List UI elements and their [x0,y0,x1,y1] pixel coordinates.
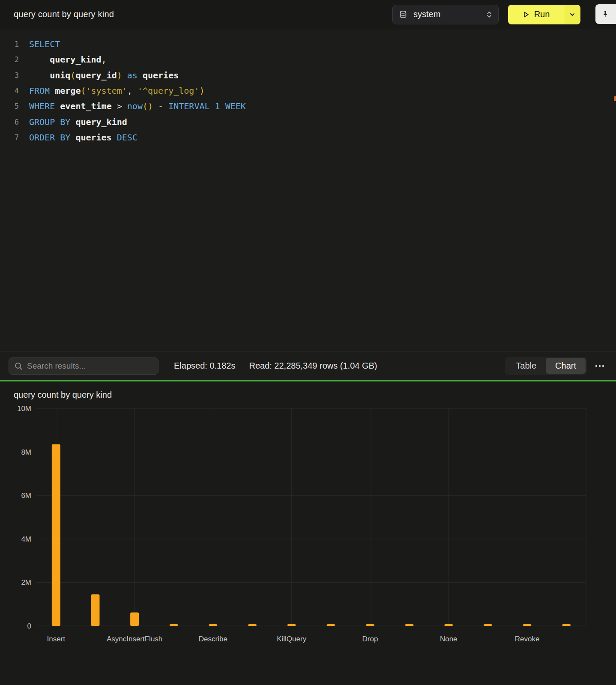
svg-text:Insert: Insert [47,635,66,643]
pin-icon [601,10,609,18]
code-line: 4FROM merge('system', '^query_log') [0,83,616,98]
view-toggle: Table Chart [505,357,587,375]
code-text: ORDER BY queries DESC [29,132,138,143]
line-number: 5 [13,102,19,110]
line-number: 3 [13,71,19,80]
database-selector-value: system [413,9,440,19]
svg-text:Revoke: Revoke [515,635,540,643]
more-options-button[interactable] [592,358,607,374]
chart-panel: query count by query kind 02M4M6M8M10MIn… [0,381,616,685]
code-line: 7ORDER BY queries DESC [0,130,616,145]
line-number: 6 [13,118,19,126]
updown-chevron-icon [486,10,492,19]
search-icon [14,362,23,370]
code-line: 5WHERE event_time > now() - INTERVAL 1 W… [0,98,616,114]
svg-text:Describe: Describe [199,635,227,643]
code-line: 3 uniq(query_id) as queries [0,68,616,83]
database-icon [399,10,407,19]
elapsed-stat: Elapsed: 0.182s [174,361,235,371]
partial-toolbar-button[interactable] [595,4,616,24]
run-split-button: Run [508,5,580,24]
code-text: FROM merge('system', '^query_log') [29,86,204,96]
read-stat: Read: 22,285,349 rows (1.04 GB) [249,361,377,371]
page-title: query count by query kind [14,9,114,19]
scrollbar-annotation [614,96,616,101]
results-toolbar: Elapsed: 0.182s Read: 22,285,349 rows (1… [0,351,616,380]
svg-text:None: None [440,635,458,643]
code-area: 1SELECT2 query_kind,3 uniq(query_id) as … [0,36,616,145]
search-input[interactable] [27,361,153,371]
header-controls: system Run [392,5,616,24]
code-text: SELECT [29,39,60,49]
sql-editor[interactable]: 1SELECT2 query_kind,3 uniq(query_id) as … [0,29,616,351]
svg-text:4M: 4M [21,535,31,543]
svg-text:2M: 2M [21,578,31,587]
line-number: 2 [13,55,19,64]
run-button-label: Run [534,9,550,19]
line-number: 1 [13,40,19,48]
code-text: WHERE event_time > now() - INTERVAL 1 WE… [29,101,246,111]
play-icon [522,11,530,18]
chevron-down-icon [569,12,575,18]
bar-chart: 02M4M6M8M10MInsertAsyncInsertFlushDescri… [0,402,616,676]
svg-text:KillQuery: KillQuery [277,635,306,643]
code-line: 2 query_kind, [0,52,616,67]
database-selector[interactable]: system [392,5,499,24]
top-bar: query count by query kind system [0,0,616,29]
run-options-button[interactable] [564,5,580,24]
svg-text:8M: 8M [21,448,31,456]
line-number: 7 [13,133,19,142]
line-number: 4 [13,86,19,95]
code-line: 1SELECT [0,36,616,52]
svg-text:AsyncInsertFlush: AsyncInsertFlush [107,635,162,643]
svg-text:0: 0 [27,622,31,630]
run-button[interactable]: Run [508,5,564,24]
chart-title: query count by query kind [0,381,616,400]
svg-text:10M: 10M [17,405,31,413]
code-line: 6GROUP BY query_kind [0,114,616,129]
ellipsis-icon [595,365,604,367]
view-toggle-chart[interactable]: Chart [546,358,586,374]
code-text: uniq(query_id) as queries [29,70,179,80]
search-box [9,357,158,375]
svg-text:6M: 6M [21,491,31,500]
view-toggle-table[interactable]: Table [506,358,546,374]
code-text: GROUP BY query_kind [29,117,127,127]
code-text: query_kind, [29,54,107,65]
svg-text:Drop: Drop [362,635,378,643]
